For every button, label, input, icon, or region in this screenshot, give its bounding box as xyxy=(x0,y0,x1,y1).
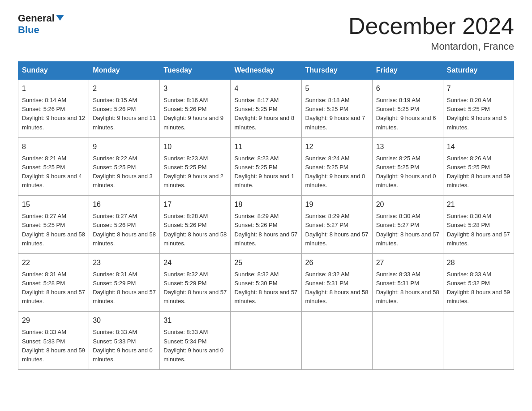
day-cell: 14Sunrise: 8:26 AMSunset: 5:25 PMDayligh… xyxy=(443,137,514,196)
day-info: Sunrise: 8:24 AMSunset: 5:25 PMDaylight:… xyxy=(305,154,369,190)
day-cell: 8Sunrise: 8:21 AMSunset: 5:25 PMDaylight… xyxy=(18,137,89,196)
day-info: Sunrise: 8:16 AMSunset: 5:26 PMDaylight:… xyxy=(163,96,227,132)
logo-blue: Blue xyxy=(18,24,39,36)
col-header-friday: Friday xyxy=(372,62,443,80)
day-info: Sunrise: 8:26 AMSunset: 5:25 PMDaylight:… xyxy=(447,154,510,190)
day-number: 26 xyxy=(305,257,369,268)
day-info: Sunrise: 8:33 AMSunset: 5:34 PMDaylight:… xyxy=(163,328,227,364)
day-cell: 18Sunrise: 8:29 AMSunset: 5:26 PMDayligh… xyxy=(231,196,301,254)
day-number: 19 xyxy=(305,199,369,210)
day-info: Sunrise: 8:33 AMSunset: 5:31 PMDaylight:… xyxy=(376,270,439,306)
day-info: Sunrise: 8:21 AMSunset: 5:25 PMDaylight:… xyxy=(22,154,85,190)
logo-triangle-icon xyxy=(56,15,64,21)
day-cell: 28Sunrise: 8:33 AMSunset: 5:32 PMDayligh… xyxy=(443,253,514,312)
day-number: 27 xyxy=(376,257,439,268)
day-number: 30 xyxy=(93,315,156,326)
day-number: 17 xyxy=(163,199,227,210)
day-info: Sunrise: 8:32 AMSunset: 5:29 PMDaylight:… xyxy=(163,270,227,306)
day-cell: 13Sunrise: 8:25 AMSunset: 5:25 PMDayligh… xyxy=(372,137,443,196)
day-info: Sunrise: 8:25 AMSunset: 5:25 PMDaylight:… xyxy=(376,154,439,190)
day-cell: 10Sunrise: 8:23 AMSunset: 5:25 PMDayligh… xyxy=(160,137,231,196)
day-info: Sunrise: 8:22 AMSunset: 5:25 PMDaylight:… xyxy=(93,154,156,190)
day-info: Sunrise: 8:31 AMSunset: 5:28 PMDaylight:… xyxy=(22,270,85,306)
day-info: Sunrise: 8:29 AMSunset: 5:27 PMDaylight:… xyxy=(305,212,369,248)
day-info: Sunrise: 8:19 AMSunset: 5:25 PMDaylight:… xyxy=(376,96,439,132)
week-row-3: 15Sunrise: 8:27 AMSunset: 5:25 PMDayligh… xyxy=(18,196,514,254)
day-number: 7 xyxy=(447,83,510,94)
page-header: General Blue December 2024 Montardon, Fr… xyxy=(18,13,514,52)
week-row-2: 8Sunrise: 8:21 AMSunset: 5:25 PMDaylight… xyxy=(18,137,514,196)
col-header-saturday: Saturday xyxy=(443,62,514,80)
col-header-monday: Monday xyxy=(89,62,160,80)
day-cell: 1Sunrise: 8:14 AMSunset: 5:26 PMDaylight… xyxy=(18,79,89,137)
day-number: 24 xyxy=(163,257,227,268)
day-number: 12 xyxy=(305,141,369,152)
day-cell: 27Sunrise: 8:33 AMSunset: 5:31 PMDayligh… xyxy=(372,253,443,312)
day-cell: 31Sunrise: 8:33 AMSunset: 5:34 PMDayligh… xyxy=(160,312,231,370)
day-info: Sunrise: 8:27 AMSunset: 5:26 PMDaylight:… xyxy=(93,212,156,248)
day-info: Sunrise: 8:29 AMSunset: 5:26 PMDaylight:… xyxy=(234,212,297,248)
day-info: Sunrise: 8:27 AMSunset: 5:25 PMDaylight:… xyxy=(22,212,85,248)
day-info: Sunrise: 8:17 AMSunset: 5:25 PMDaylight:… xyxy=(234,96,297,132)
day-number: 29 xyxy=(22,315,85,326)
day-info: Sunrise: 8:18 AMSunset: 5:25 PMDaylight:… xyxy=(305,96,369,132)
day-number: 23 xyxy=(93,257,156,268)
day-info: Sunrise: 8:33 AMSunset: 5:32 PMDaylight:… xyxy=(447,270,510,306)
day-cell: 30Sunrise: 8:33 AMSunset: 5:33 PMDayligh… xyxy=(89,312,160,370)
day-number: 10 xyxy=(163,141,227,152)
day-number: 2 xyxy=(93,83,156,94)
day-cell: 25Sunrise: 8:32 AMSunset: 5:30 PMDayligh… xyxy=(231,253,301,312)
day-cell: 15Sunrise: 8:27 AMSunset: 5:25 PMDayligh… xyxy=(18,196,89,254)
day-info: Sunrise: 8:28 AMSunset: 5:26 PMDaylight:… xyxy=(163,212,227,248)
day-info: Sunrise: 8:23 AMSunset: 5:25 PMDaylight:… xyxy=(163,154,227,190)
week-row-5: 29Sunrise: 8:33 AMSunset: 5:33 PMDayligh… xyxy=(18,312,514,370)
col-header-sunday: Sunday xyxy=(18,62,89,80)
day-number: 1 xyxy=(22,83,85,94)
day-info: Sunrise: 8:32 AMSunset: 5:30 PMDaylight:… xyxy=(234,270,297,306)
day-info: Sunrise: 8:15 AMSunset: 5:26 PMDaylight:… xyxy=(93,96,156,132)
day-number: 9 xyxy=(93,141,156,152)
day-number: 21 xyxy=(447,199,510,210)
day-cell: 7Sunrise: 8:20 AMSunset: 5:25 PMDaylight… xyxy=(443,79,514,137)
day-cell xyxy=(231,312,301,370)
day-cell: 23Sunrise: 8:31 AMSunset: 5:29 PMDayligh… xyxy=(89,253,160,312)
day-number: 5 xyxy=(305,83,369,94)
day-cell: 6Sunrise: 8:19 AMSunset: 5:25 PMDaylight… xyxy=(372,79,443,137)
calendar-header-row: SundayMondayTuesdayWednesdayThursdayFrid… xyxy=(18,62,514,80)
title-section: December 2024 Montardon, France xyxy=(348,13,514,52)
day-cell xyxy=(301,312,372,370)
day-info: Sunrise: 8:31 AMSunset: 5:29 PMDaylight:… xyxy=(93,270,156,306)
day-cell: 5Sunrise: 8:18 AMSunset: 5:25 PMDaylight… xyxy=(301,79,372,137)
day-number: 6 xyxy=(376,83,439,94)
col-header-tuesday: Tuesday xyxy=(160,62,231,80)
day-cell: 16Sunrise: 8:27 AMSunset: 5:26 PMDayligh… xyxy=(89,196,160,254)
calendar-table: SundayMondayTuesdayWednesdayThursdayFrid… xyxy=(18,61,514,370)
day-number: 13 xyxy=(376,141,439,152)
day-cell: 29Sunrise: 8:33 AMSunset: 5:33 PMDayligh… xyxy=(18,312,89,370)
day-number: 3 xyxy=(163,83,227,94)
day-info: Sunrise: 8:33 AMSunset: 5:33 PMDaylight:… xyxy=(22,328,85,364)
logo-general: General xyxy=(18,13,64,23)
day-cell: 26Sunrise: 8:32 AMSunset: 5:31 PMDayligh… xyxy=(301,253,372,312)
day-number: 18 xyxy=(234,199,297,210)
day-cell: 9Sunrise: 8:22 AMSunset: 5:25 PMDaylight… xyxy=(89,137,160,196)
day-number: 8 xyxy=(22,141,85,152)
logo: General Blue xyxy=(18,13,64,36)
day-cell: 20Sunrise: 8:30 AMSunset: 5:27 PMDayligh… xyxy=(372,196,443,254)
day-number: 20 xyxy=(376,199,439,210)
day-info: Sunrise: 8:33 AMSunset: 5:33 PMDaylight:… xyxy=(93,328,156,364)
col-header-wednesday: Wednesday xyxy=(231,62,301,80)
day-number: 31 xyxy=(163,315,227,326)
day-cell: 4Sunrise: 8:17 AMSunset: 5:25 PMDaylight… xyxy=(231,79,301,137)
day-cell: 22Sunrise: 8:31 AMSunset: 5:28 PMDayligh… xyxy=(18,253,89,312)
week-row-4: 22Sunrise: 8:31 AMSunset: 5:28 PMDayligh… xyxy=(18,253,514,312)
day-number: 4 xyxy=(234,83,297,94)
day-info: Sunrise: 8:30 AMSunset: 5:27 PMDaylight:… xyxy=(376,212,439,248)
month-title: December 2024 xyxy=(348,13,514,39)
day-cell: 12Sunrise: 8:24 AMSunset: 5:25 PMDayligh… xyxy=(301,137,372,196)
day-number: 28 xyxy=(447,257,510,268)
day-number: 25 xyxy=(234,257,297,268)
day-number: 22 xyxy=(22,257,85,268)
day-number: 15 xyxy=(22,199,85,210)
day-cell: 24Sunrise: 8:32 AMSunset: 5:29 PMDayligh… xyxy=(160,253,231,312)
